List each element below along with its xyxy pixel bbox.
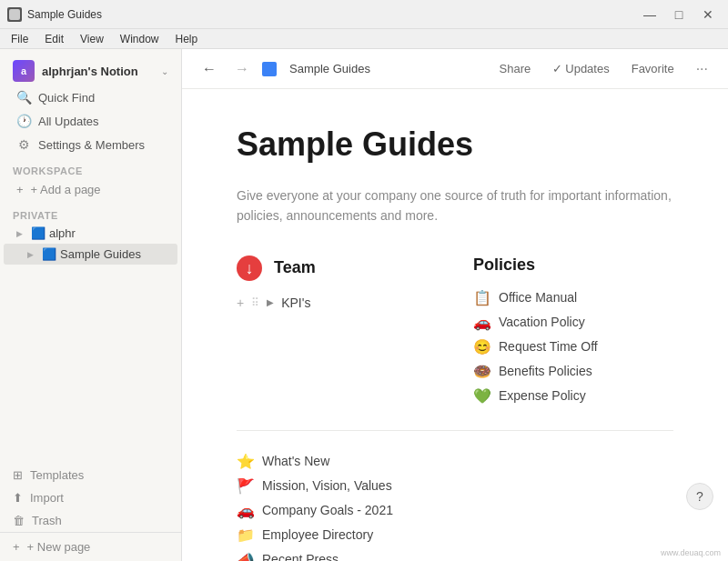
trash-icon: 🗑 xyxy=(13,514,25,527)
vacation-policy-icon: 🚗 xyxy=(473,314,491,331)
share-button[interactable]: Share xyxy=(494,58,537,79)
whats-new-label: What's New xyxy=(262,454,329,468)
page-title: Sample Guides xyxy=(237,125,673,164)
vacation-policy-item[interactable]: 🚗 Vacation Policy xyxy=(473,310,673,335)
expense-label: Expense Policy xyxy=(499,388,586,403)
title-bar-left: Sample Guides xyxy=(7,7,102,22)
kpis-label: KPI's xyxy=(281,296,310,310)
workspace-header[interactable]: a alphrjan's Notion ⌄ xyxy=(0,49,181,85)
title-bar: Sample Guides — □ ✕ xyxy=(0,0,728,29)
goals-icon: 🚗 xyxy=(237,502,255,519)
window-title: Sample Guides xyxy=(27,8,102,21)
directory-icon: 📁 xyxy=(237,526,255,544)
expense-icon: 💚 xyxy=(473,387,491,405)
templates-icon: ⊞ xyxy=(13,468,23,482)
add-page-label: + Add a page xyxy=(31,183,101,196)
top-bar-actions: Share ✓ Updates Favorite ··· xyxy=(494,57,713,81)
drag-handle-icon: ⠿ xyxy=(251,296,259,309)
office-manual-item[interactable]: 📋 Office Manual xyxy=(473,286,673,310)
office-manual-label: Office Manual xyxy=(499,290,577,305)
app-icon xyxy=(7,7,22,22)
add-page-button[interactable]: + + Add a page xyxy=(4,178,177,201)
workspace-name: alphrjan's Notion xyxy=(42,65,154,78)
team-heading: ↓ Team xyxy=(237,255,437,281)
window-controls[interactable]: — □ ✕ xyxy=(637,2,721,27)
menu-help[interactable]: Help xyxy=(168,31,206,47)
sidebar-item-trash[interactable]: 🗑 Trash xyxy=(0,509,181,532)
recent-press-item[interactable]: 📣 Recent Press xyxy=(237,547,673,561)
sidebar-item-sample-guides[interactable]: ▶ 🟦 Sample Guides xyxy=(4,244,177,265)
team-section: ↓ Team + ⠿ ▶ KPI's xyxy=(237,255,437,408)
more-button[interactable]: ··· xyxy=(691,57,713,81)
office-manual-icon: 📋 xyxy=(473,289,491,306)
divider xyxy=(237,430,673,431)
benefits-icon: 🍩 xyxy=(473,363,491,380)
sidebar-item-alphr[interactable]: ▶ 🟦 alphr xyxy=(4,223,177,244)
team-kpis-item[interactable]: + ⠿ ▶ KPI's xyxy=(237,292,437,314)
trash-label: Trash xyxy=(32,514,62,527)
mission-vision-label: Mission, Vision, Values xyxy=(262,478,392,493)
sidebar-item-import[interactable]: ⬆ Import xyxy=(0,486,181,509)
forward-button[interactable]: → xyxy=(229,56,255,82)
expand-arrow-icon: ▶ xyxy=(267,297,274,307)
sidebar-item-settings[interactable]: ⚙ Settings & Members xyxy=(4,133,177,156)
all-updates-label: All Updates xyxy=(38,115,98,128)
mission-vision-item[interactable]: 🚩 Mission, Vision, Values xyxy=(237,474,673,498)
sample-guides-icon: 🟦 xyxy=(42,247,56,261)
sidebar-item-all-updates[interactable]: 🕐 All Updates xyxy=(4,109,177,133)
benefits-label: Benefits Policies xyxy=(499,364,592,378)
plus-icon: + xyxy=(13,540,20,554)
gear-icon: ⚙ xyxy=(16,137,31,152)
help-button[interactable]: ? xyxy=(686,483,713,510)
recent-press-label: Recent Press xyxy=(262,552,339,561)
close-button[interactable]: ✕ xyxy=(695,2,721,27)
updates-button[interactable]: ✓ Updates xyxy=(547,58,614,79)
request-time-off-item[interactable]: 😊 Request Time Off xyxy=(473,335,673,359)
search-icon: 🔍 xyxy=(16,90,31,105)
company-goals-label: Company Goals - 2021 xyxy=(262,503,393,517)
menu-view[interactable]: View xyxy=(73,31,111,47)
chevron-down-icon: ⌄ xyxy=(161,66,168,76)
sidebar-item-templates[interactable]: ⊞ Templates xyxy=(0,464,181,486)
sidebar-item-quick-find[interactable]: 🔍 Quick Find xyxy=(4,85,177,109)
workspace-icon: a xyxy=(13,60,35,82)
menu-edit[interactable]: Edit xyxy=(37,31,71,47)
new-page-button[interactable]: + + New page xyxy=(0,532,181,561)
expense-policy-item[interactable]: 💚 Expense Policy xyxy=(473,384,673,408)
app-container: a alphrjan's Notion ⌄ 🔍 Quick Find 🕐 All… xyxy=(0,49,728,561)
menu-window[interactable]: Window xyxy=(113,31,167,47)
whats-new-item[interactable]: ⭐ What's New xyxy=(237,449,673,474)
clock-icon: 🕐 xyxy=(16,114,31,128)
collapse-arrow-icon: ▶ xyxy=(27,250,38,259)
private-section-label: PRIVATE xyxy=(0,201,181,223)
new-page-label: + New page xyxy=(27,540,91,554)
down-arrow-icon: ↓ xyxy=(237,255,262,281)
top-bar: ← → Sample Guides Share ✓ Updates Favori… xyxy=(182,49,728,89)
page-content: Sample Guides Give everyone at your comp… xyxy=(182,89,728,561)
employee-directory-label: Employee Directory xyxy=(262,527,373,542)
employee-directory-item[interactable]: 📁 Employee Directory xyxy=(237,523,673,547)
add-item-icon: + xyxy=(237,296,244,310)
sidebar: a alphrjan's Notion ⌄ 🔍 Quick Find 🕐 All… xyxy=(0,49,182,561)
request-time-off-icon: 😊 xyxy=(473,338,491,356)
collapse-arrow-icon: ▶ xyxy=(16,229,27,238)
import-label: Import xyxy=(30,491,64,505)
favorite-button[interactable]: Favorite xyxy=(626,58,680,79)
vacation-policy-label: Vacation Policy xyxy=(499,315,585,329)
bottom-items: ⭐ What's New 🚩 Mission, Vision, Values 🚗… xyxy=(237,449,673,561)
breadcrumb: Sample Guides xyxy=(289,62,370,75)
alphr-page-icon: 🟦 xyxy=(31,226,46,240)
back-button[interactable]: ← xyxy=(197,56,222,82)
updates-label: Updates xyxy=(565,62,609,75)
policies-heading: Policies xyxy=(473,255,673,275)
page-description: Give everyone at your company one source… xyxy=(237,185,673,226)
import-icon: ⬆ xyxy=(13,491,23,505)
company-goals-item[interactable]: 🚗 Company Goals - 2021 xyxy=(237,498,673,523)
menu-file[interactable]: File xyxy=(4,31,35,47)
benefits-policies-item[interactable]: 🍩 Benefits Policies xyxy=(473,359,673,384)
minimize-button[interactable]: — xyxy=(637,2,662,27)
main-content: ← → Sample Guides Share ✓ Updates Favori… xyxy=(182,49,728,561)
maximize-button[interactable]: □ xyxy=(666,2,692,27)
check-icon: ✓ xyxy=(552,62,562,75)
content-grid: ↓ Team + ⠿ ▶ KPI's Policies 📋 Off xyxy=(237,255,673,408)
